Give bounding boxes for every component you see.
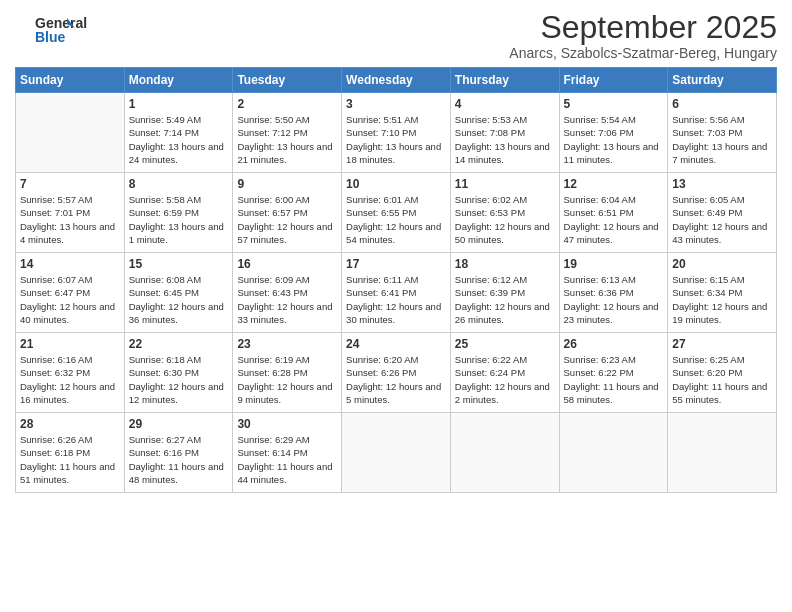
- day-number: 28: [20, 417, 120, 431]
- calendar-cell: 27Sunrise: 6:25 AMSunset: 6:20 PMDayligh…: [668, 333, 777, 413]
- calendar-cell: 15Sunrise: 6:08 AMSunset: 6:45 PMDayligh…: [124, 253, 233, 333]
- calendar-cell: [342, 413, 451, 493]
- day-info: Sunrise: 6:20 AMSunset: 6:26 PMDaylight:…: [346, 353, 446, 406]
- calendar-cell: 17Sunrise: 6:11 AMSunset: 6:41 PMDayligh…: [342, 253, 451, 333]
- calendar-cell: [16, 93, 125, 173]
- day-number: 2: [237, 97, 337, 111]
- day-number: 3: [346, 97, 446, 111]
- calendar-cell: 20Sunrise: 6:15 AMSunset: 6:34 PMDayligh…: [668, 253, 777, 333]
- day-number: 19: [564, 257, 664, 271]
- day-number: 9: [237, 177, 337, 191]
- weekday-header-monday: Monday: [124, 68, 233, 93]
- day-info: Sunrise: 6:05 AMSunset: 6:49 PMDaylight:…: [672, 193, 772, 246]
- day-info: Sunrise: 5:57 AMSunset: 7:01 PMDaylight:…: [20, 193, 120, 246]
- day-number: 4: [455, 97, 555, 111]
- day-number: 10: [346, 177, 446, 191]
- weekday-header-tuesday: Tuesday: [233, 68, 342, 93]
- calendar-cell: 19Sunrise: 6:13 AMSunset: 6:36 PMDayligh…: [559, 253, 668, 333]
- day-info: Sunrise: 6:08 AMSunset: 6:45 PMDaylight:…: [129, 273, 229, 326]
- day-info: Sunrise: 6:29 AMSunset: 6:14 PMDaylight:…: [237, 433, 337, 486]
- day-info: Sunrise: 6:16 AMSunset: 6:32 PMDaylight:…: [20, 353, 120, 406]
- day-info: Sunrise: 6:01 AMSunset: 6:55 PMDaylight:…: [346, 193, 446, 246]
- day-number: 24: [346, 337, 446, 351]
- calendar-week-row: 21Sunrise: 6:16 AMSunset: 6:32 PMDayligh…: [16, 333, 777, 413]
- day-number: 30: [237, 417, 337, 431]
- logo-icon: General Blue: [15, 10, 95, 50]
- day-number: 17: [346, 257, 446, 271]
- title-block: September 2025 Anarcs, Szabolcs-Szatmar-…: [509, 10, 777, 61]
- calendar-cell: 2Sunrise: 5:50 AMSunset: 7:12 PMDaylight…: [233, 93, 342, 173]
- month-title: September 2025: [509, 10, 777, 45]
- calendar-cell: 10Sunrise: 6:01 AMSunset: 6:55 PMDayligh…: [342, 173, 451, 253]
- calendar-cell: 13Sunrise: 6:05 AMSunset: 6:49 PMDayligh…: [668, 173, 777, 253]
- calendar-cell: 30Sunrise: 6:29 AMSunset: 6:14 PMDayligh…: [233, 413, 342, 493]
- svg-text:Blue: Blue: [35, 29, 66, 45]
- day-number: 15: [129, 257, 229, 271]
- day-info: Sunrise: 6:27 AMSunset: 6:16 PMDaylight:…: [129, 433, 229, 486]
- calendar-cell: 7Sunrise: 5:57 AMSunset: 7:01 PMDaylight…: [16, 173, 125, 253]
- day-info: Sunrise: 5:50 AMSunset: 7:12 PMDaylight:…: [237, 113, 337, 166]
- day-number: 6: [672, 97, 772, 111]
- day-info: Sunrise: 5:56 AMSunset: 7:03 PMDaylight:…: [672, 113, 772, 166]
- day-info: Sunrise: 5:49 AMSunset: 7:14 PMDaylight:…: [129, 113, 229, 166]
- day-number: 26: [564, 337, 664, 351]
- day-info: Sunrise: 6:07 AMSunset: 6:47 PMDaylight:…: [20, 273, 120, 326]
- day-number: 22: [129, 337, 229, 351]
- day-number: 21: [20, 337, 120, 351]
- calendar-week-row: 14Sunrise: 6:07 AMSunset: 6:47 PMDayligh…: [16, 253, 777, 333]
- calendar-cell: 29Sunrise: 6:27 AMSunset: 6:16 PMDayligh…: [124, 413, 233, 493]
- day-info: Sunrise: 6:00 AMSunset: 6:57 PMDaylight:…: [237, 193, 337, 246]
- day-number: 27: [672, 337, 772, 351]
- calendar-cell: 12Sunrise: 6:04 AMSunset: 6:51 PMDayligh…: [559, 173, 668, 253]
- day-info: Sunrise: 6:23 AMSunset: 6:22 PMDaylight:…: [564, 353, 664, 406]
- day-info: Sunrise: 6:15 AMSunset: 6:34 PMDaylight:…: [672, 273, 772, 326]
- calendar-cell: 24Sunrise: 6:20 AMSunset: 6:26 PMDayligh…: [342, 333, 451, 413]
- day-number: 1: [129, 97, 229, 111]
- calendar-week-row: 7Sunrise: 5:57 AMSunset: 7:01 PMDaylight…: [16, 173, 777, 253]
- day-info: Sunrise: 6:18 AMSunset: 6:30 PMDaylight:…: [129, 353, 229, 406]
- weekday-header-row: SundayMondayTuesdayWednesdayThursdayFrid…: [16, 68, 777, 93]
- calendar-cell: 5Sunrise: 5:54 AMSunset: 7:06 PMDaylight…: [559, 93, 668, 173]
- calendar-week-row: 1Sunrise: 5:49 AMSunset: 7:14 PMDaylight…: [16, 93, 777, 173]
- page-header: General Blue September 2025 Anarcs, Szab…: [15, 10, 777, 61]
- calendar-cell: 22Sunrise: 6:18 AMSunset: 6:30 PMDayligh…: [124, 333, 233, 413]
- calendar-cell: 8Sunrise: 5:58 AMSunset: 6:59 PMDaylight…: [124, 173, 233, 253]
- day-info: Sunrise: 5:53 AMSunset: 7:08 PMDaylight:…: [455, 113, 555, 166]
- calendar-cell: 25Sunrise: 6:22 AMSunset: 6:24 PMDayligh…: [450, 333, 559, 413]
- day-info: Sunrise: 5:58 AMSunset: 6:59 PMDaylight:…: [129, 193, 229, 246]
- day-number: 16: [237, 257, 337, 271]
- day-number: 5: [564, 97, 664, 111]
- weekday-header-wednesday: Wednesday: [342, 68, 451, 93]
- calendar-cell: 28Sunrise: 6:26 AMSunset: 6:18 PMDayligh…: [16, 413, 125, 493]
- day-info: Sunrise: 6:26 AMSunset: 6:18 PMDaylight:…: [20, 433, 120, 486]
- day-number: 18: [455, 257, 555, 271]
- calendar-cell: [559, 413, 668, 493]
- day-number: 7: [20, 177, 120, 191]
- calendar-cell: 9Sunrise: 6:00 AMSunset: 6:57 PMDaylight…: [233, 173, 342, 253]
- calendar-cell: 23Sunrise: 6:19 AMSunset: 6:28 PMDayligh…: [233, 333, 342, 413]
- day-number: 8: [129, 177, 229, 191]
- calendar-table: SundayMondayTuesdayWednesdayThursdayFrid…: [15, 67, 777, 493]
- calendar-cell: 26Sunrise: 6:23 AMSunset: 6:22 PMDayligh…: [559, 333, 668, 413]
- calendar-cell: 18Sunrise: 6:12 AMSunset: 6:39 PMDayligh…: [450, 253, 559, 333]
- day-number: 11: [455, 177, 555, 191]
- weekday-header-sunday: Sunday: [16, 68, 125, 93]
- day-info: Sunrise: 6:25 AMSunset: 6:20 PMDaylight:…: [672, 353, 772, 406]
- weekday-header-saturday: Saturday: [668, 68, 777, 93]
- calendar-cell: 16Sunrise: 6:09 AMSunset: 6:43 PMDayligh…: [233, 253, 342, 333]
- day-info: Sunrise: 6:19 AMSunset: 6:28 PMDaylight:…: [237, 353, 337, 406]
- day-number: 25: [455, 337, 555, 351]
- day-info: Sunrise: 5:54 AMSunset: 7:06 PMDaylight:…: [564, 113, 664, 166]
- weekday-header-thursday: Thursday: [450, 68, 559, 93]
- calendar-cell: 14Sunrise: 6:07 AMSunset: 6:47 PMDayligh…: [16, 253, 125, 333]
- day-number: 23: [237, 337, 337, 351]
- day-number: 20: [672, 257, 772, 271]
- logo: General Blue: [15, 10, 95, 54]
- calendar-cell: 3Sunrise: 5:51 AMSunset: 7:10 PMDaylight…: [342, 93, 451, 173]
- day-info: Sunrise: 6:02 AMSunset: 6:53 PMDaylight:…: [455, 193, 555, 246]
- day-number: 29: [129, 417, 229, 431]
- day-info: Sunrise: 6:22 AMSunset: 6:24 PMDaylight:…: [455, 353, 555, 406]
- calendar-cell: 4Sunrise: 5:53 AMSunset: 7:08 PMDaylight…: [450, 93, 559, 173]
- day-number: 14: [20, 257, 120, 271]
- day-number: 13: [672, 177, 772, 191]
